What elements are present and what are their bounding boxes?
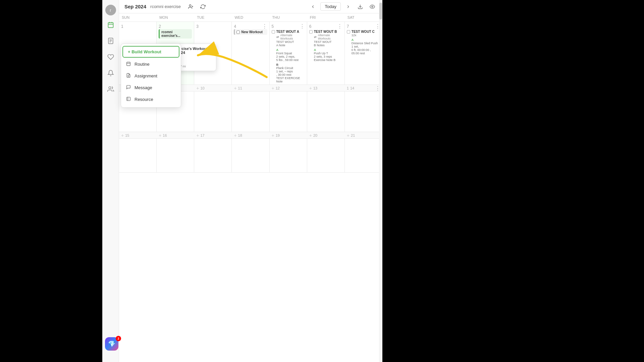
week2-day11: 11 (238, 86, 242, 90)
day-number-4: 4 (234, 24, 236, 29)
refresh-button[interactable] (198, 2, 208, 11)
workout-row-6a: TEST WOUT B ⇄ Alternate Workouts TEST WO… (309, 30, 342, 62)
day-number-5: 5 (272, 24, 274, 29)
sidebar-icon-calendar[interactable] (104, 18, 117, 32)
scrollbar[interactable] (379, 0, 382, 362)
sidebar: r (102, 0, 119, 362)
calendar-header: Sep 2024 rcomni exercise Today (119, 0, 382, 13)
menu-resource-label: Resource (135, 97, 153, 102)
day5-more-btn[interactable]: ⋮ (300, 23, 305, 29)
header-thu: THU (270, 13, 307, 21)
workout-title-5a: TEST WOUT A (276, 30, 305, 34)
menu-message-label: Message (135, 85, 152, 90)
week2-day10: 10 (200, 86, 204, 90)
day-cell-16 (157, 139, 194, 172)
day-headers: SUN MON TUE WED THU FRI SAT (119, 13, 382, 22)
workout-row-5a: TEST WOUT A ⇄ Alternate Workouts TEST WO… (272, 30, 305, 83)
day-cell-14 (345, 92, 382, 132)
workout-card-new[interactable]: New Workout (234, 29, 267, 35)
routine-icon (126, 61, 131, 67)
svg-point-8 (109, 87, 111, 89)
sidebar-icon-health[interactable] (104, 50, 117, 64)
day-number-6: 6 (309, 24, 312, 29)
resource-icon (126, 97, 131, 102)
assignment-icon (126, 73, 131, 79)
download-button[interactable] (356, 2, 365, 11)
notification-gem[interactable]: 💎 2 (105, 337, 120, 352)
day-cell-5: 5 ⋮ TEST WOUT A ⇄ Alternate Workouts TES… (270, 22, 307, 84)
header-icons (186, 2, 208, 11)
prev-month-button[interactable] (308, 2, 318, 11)
day-cell-6: 6 ⋮ TEST WOUT B ⇄ Alternate Workouts TES… (307, 22, 345, 84)
avatar: r (105, 5, 116, 15)
svg-rect-14 (127, 62, 130, 66)
day-cell-19 (270, 139, 307, 172)
day6-more-btn[interactable]: ⋮ (337, 23, 342, 29)
week3-header-row: + 15 + 16 + 17 + 18 (119, 132, 382, 139)
day-cell-10 (194, 92, 232, 132)
svg-rect-0 (108, 22, 113, 27)
header-mon: MON (157, 13, 194, 21)
workout-card-day2[interactable]: rcomni exercise's... (159, 29, 192, 39)
day-number-1: 1 (121, 24, 123, 29)
workout-checkbox-new[interactable] (236, 31, 240, 34)
sidebar-icon-clients[interactable] (104, 82, 117, 96)
header-sun: SUN (119, 13, 157, 21)
message-icon (126, 85, 131, 90)
day4-more-btn[interactable]: ⋮ (262, 23, 267, 29)
calendar-title: Sep 2024 (124, 4, 146, 9)
week-row-3 (119, 139, 382, 173)
day-cell-4: 4 New Workout ⋮ (232, 22, 269, 84)
today-button[interactable]: Today (320, 2, 341, 11)
day-cell-20 (307, 139, 345, 172)
day-number-2: 2 (159, 24, 161, 29)
day-cell-7: 7 ⋮ TEST WOUT C 12x A Distance Sled Push… (345, 22, 382, 84)
workout-checkbox-6a[interactable] (309, 30, 313, 34)
sidebar-icon-notifications[interactable] (104, 66, 117, 80)
day-cell-21 (345, 139, 382, 172)
header-wed: WED (232, 13, 269, 21)
day-cell-13 (307, 92, 345, 132)
day-number-7: 7 (347, 24, 349, 29)
svg-point-13 (372, 6, 373, 7)
workout-checkbox-5a[interactable] (272, 30, 275, 34)
day-cell-11 (232, 92, 269, 132)
exercise-front-squat: Front Squat (276, 52, 305, 55)
menu-assignment-label: Assignment (135, 73, 157, 78)
day-cell-17 (194, 139, 232, 172)
menu-item-routine[interactable]: Routine (121, 58, 181, 70)
next-month-button[interactable] (343, 2, 353, 11)
manage-users-button[interactable] (186, 2, 196, 11)
calendar-name: rcomni exercise (150, 4, 181, 9)
svg-rect-18 (127, 97, 130, 101)
header-tue: TUE (194, 13, 232, 21)
day-cell-18 (232, 139, 269, 172)
header-navigation: Today (308, 2, 377, 11)
view-toggle-button[interactable] (368, 2, 377, 11)
header-sat: SAT (345, 13, 382, 21)
svg-point-9 (189, 5, 191, 6)
menu-item-message[interactable]: Message (121, 82, 181, 94)
workout-row-7a: TEST WOUT C 12x A Distance Sled Push 1 s… (347, 30, 380, 55)
build-workout-button[interactable]: + Build Workout (122, 46, 179, 58)
menu-item-assignment[interactable]: Assignment (121, 70, 181, 82)
workout-checkbox-7a[interactable] (347, 30, 350, 34)
scrollbar-thumb[interactable] (379, 3, 382, 19)
add-item-dropdown: + Build Workout Routine Assignment Messa… (121, 44, 181, 108)
menu-item-resource[interactable]: Resource (121, 94, 181, 105)
week2-day14: 14 (350, 86, 354, 90)
sidebar-icon-notes[interactable] (104, 34, 117, 48)
week2-day13: 13 (313, 86, 317, 90)
day-cell-15 (119, 139, 157, 172)
week2-day12: 12 (276, 86, 280, 90)
notification-badge: 2 (116, 336, 121, 341)
day-number-3: 3 (196, 24, 199, 29)
header-fri: FRI (307, 13, 345, 21)
day-cell-12 (270, 92, 307, 132)
menu-routine-label: Routine (135, 62, 150, 67)
